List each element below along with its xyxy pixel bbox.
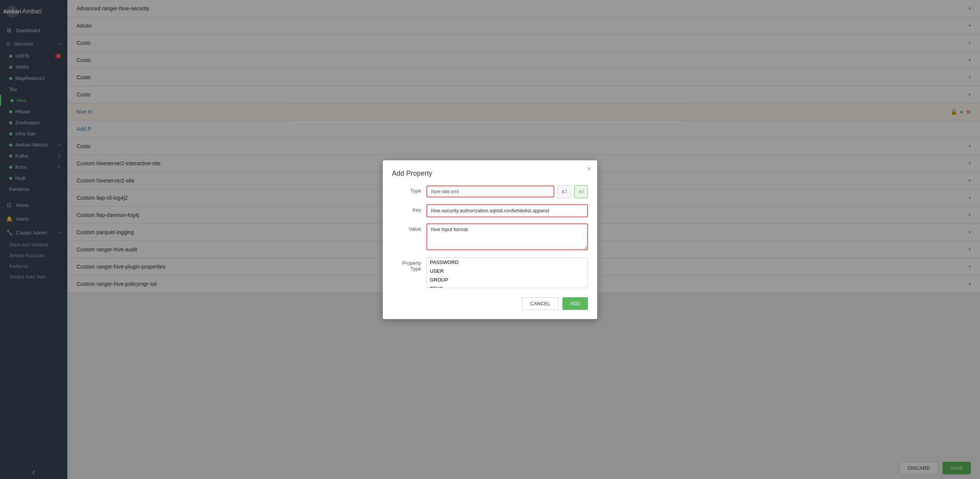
value-field: hive input format xyxy=(426,223,588,251)
add-property-modal: Add Property × Type 🏷 🏷 Key Value hi xyxy=(383,160,597,319)
option-user[interactable]: USER xyxy=(427,267,588,275)
modal-close-button[interactable]: × xyxy=(587,165,591,173)
tag-button-1[interactable]: 🏷 xyxy=(557,185,571,198)
key-label: Key xyxy=(392,204,426,213)
key-form-row: Key xyxy=(392,204,588,217)
value-label: Value xyxy=(392,223,426,232)
type-field: 🏷 🏷 xyxy=(426,185,588,198)
cancel-button[interactable]: CANCEL xyxy=(522,297,559,310)
property-type-field: PASSWORD USER GROUP TEXT MULTILINE_TEXT_… xyxy=(426,257,588,288)
tag-button-2[interactable]: 🏷 xyxy=(574,185,588,198)
option-password[interactable]: PASSWORD xyxy=(427,258,588,267)
add-button[interactable]: ADD xyxy=(562,297,588,310)
type-input-wrapper xyxy=(426,186,554,197)
key-input[interactable] xyxy=(426,204,588,217)
property-type-label: Property Type xyxy=(392,257,426,272)
modal-footer: CANCEL ADD xyxy=(392,297,588,310)
property-type-form-row: Property Type PASSWORD USER GROUP TEXT M… xyxy=(392,257,588,288)
key-field xyxy=(426,204,588,217)
property-type-select[interactable]: PASSWORD USER GROUP TEXT MULTILINE_TEXT_… xyxy=(426,257,588,288)
value-form-row: Value hive input format xyxy=(392,223,588,251)
type-label: Type xyxy=(392,185,426,194)
modal-overlay[interactable]: Add Property × Type 🏷 🏷 Key Value hi xyxy=(0,0,980,479)
type-form-row: Type 🏷 🏷 xyxy=(392,185,588,198)
type-input[interactable] xyxy=(427,186,554,197)
option-text[interactable]: TEXT xyxy=(427,284,588,288)
value-textarea[interactable]: hive input format xyxy=(426,223,588,250)
option-group[interactable]: GROUP xyxy=(427,275,588,284)
modal-title: Add Property xyxy=(392,169,588,178)
